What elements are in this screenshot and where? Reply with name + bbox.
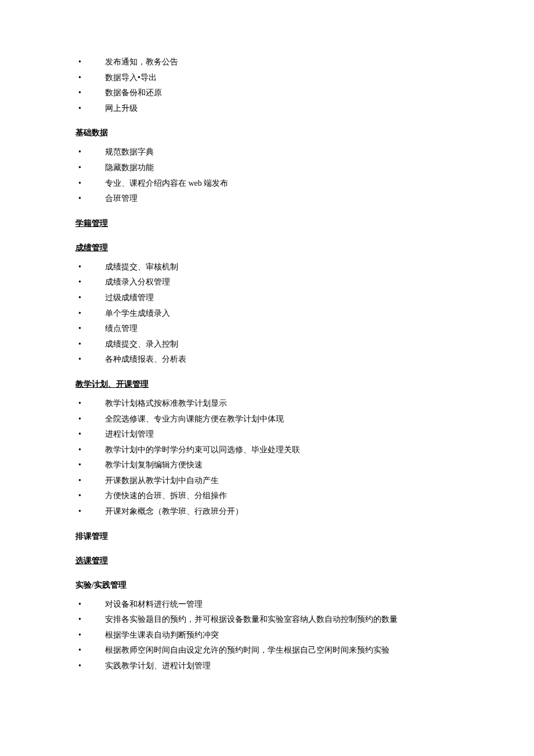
item-text: 合班管理 <box>89 193 138 204</box>
list-item: •教学计划格式按标准教学计划显示 <box>75 398 459 409</box>
bullet-icon: • <box>75 614 89 625</box>
list-item: •进程计划管理 <box>75 429 459 440</box>
item-text: 开课数据从教学计划中自动产生 <box>89 475 219 487</box>
section-4-list: •教学计划格式按标准教学计划显示 •全院选修课、专业方向课能方便在教学计划中体现… <box>75 398 459 517</box>
list-item: •开课数据从教学计划中自动产生 <box>75 475 459 487</box>
item-text: 教学计划复制编辑方便快速 <box>89 459 203 471</box>
section-1-list: •规范数据字典 •隐藏数据功能 •专业、课程介绍内容在 web 端发布 •合班管… <box>75 146 459 204</box>
bullet-icon: • <box>75 339 89 350</box>
list-item: •方便快速的合班、拆班、分组操作 <box>75 490 459 502</box>
bullet-icon: • <box>75 475 89 487</box>
bullet-icon: • <box>75 56 89 68</box>
bullet-icon: • <box>75 506 89 517</box>
list-item: •实践教学计划、进程计划管理 <box>75 660 459 672</box>
bullet-icon: • <box>75 660 89 672</box>
item-text: 隐藏数据功能 <box>89 162 154 174</box>
list-item: •对设备和材料进行统一管理 <box>75 599 459 610</box>
bullet-icon: • <box>75 72 89 84</box>
section-0-list: •发布通知，教务公告 •数据导入•导出 •数据备份和还原 •网上升级 <box>75 56 459 114</box>
bullet-icon: • <box>75 429 89 440</box>
item-text: 开课对象概念（教学班、行政班分开） <box>89 506 243 517</box>
item-text: 数据备份和还原 <box>89 87 162 99</box>
item-text: 发布通知，教务公告 <box>89 56 178 68</box>
list-item: •发布通知，教务公告 <box>75 56 459 68</box>
bullet-icon: • <box>75 645 89 656</box>
bullet-icon: • <box>75 490 89 502</box>
item-text: 成绩提交、审核机制 <box>89 261 178 273</box>
item-text: 对设备和材料进行统一管理 <box>89 599 203 610</box>
item-text: 实践教学计划、进程计划管理 <box>89 660 211 672</box>
bullet-icon: • <box>75 146 89 158</box>
bullet-icon: • <box>75 178 89 189</box>
item-text: 成绩提交、录入控制 <box>89 339 178 350</box>
item-text: 根据学生课表自动判断预约冲突 <box>89 629 219 641</box>
list-item: •数据备份和还原 <box>75 87 459 99</box>
list-item: •网上升级 <box>75 103 459 114</box>
list-item: •合班管理 <box>75 193 459 204</box>
list-item: •成绩录入分权管理 <box>75 276 459 288</box>
list-item: •成绩提交、审核机制 <box>75 261 459 273</box>
item-text: 各种成绩报表、分析表 <box>89 354 186 365</box>
bullet-icon: • <box>75 276 89 288</box>
list-item: •数据导入•导出 <box>75 72 459 84</box>
bullet-icon: • <box>75 398 89 409</box>
heading-schedule: 排课管理 <box>75 531 459 542</box>
item-text: 规范数据字典 <box>89 146 154 158</box>
heading-student-status: 学籍管理 <box>75 218 459 229</box>
bullet-icon: • <box>75 162 89 174</box>
list-item: •隐藏数据功能 <box>75 162 459 174</box>
item-text: 全院选修课、专业方向课能方便在教学计划中体现 <box>89 413 284 425</box>
list-item: •专业、课程介绍内容在 web 端发布 <box>75 178 459 189</box>
heading-grades: 成绩管理 <box>75 243 459 253</box>
heading-basic-data: 基础数据 <box>75 128 459 138</box>
section-7-list: •对设备和材料进行统一管理 •安排各实验题目的预约，并可根据设备数量和实验室容纳… <box>75 599 459 672</box>
list-item: •过级成绩管理 <box>75 292 459 304</box>
item-text: 绩点管理 <box>89 323 138 334</box>
item-text: 方便快速的合班、拆班、分组操作 <box>89 490 227 502</box>
list-item: •绩点管理 <box>75 323 459 334</box>
heading-course-selection: 选课管理 <box>75 556 459 566</box>
heading-experiment: 实验/实践管理 <box>75 580 459 591</box>
bullet-icon: • <box>75 323 89 334</box>
list-item: •全院选修课、专业方向课能方便在教学计划中体现 <box>75 413 459 425</box>
item-text: 教学计划中的学时学分约束可以同选修、毕业处理关联 <box>89 444 300 456</box>
item-text: 过级成绩管理 <box>89 292 154 304</box>
bullet-icon: • <box>75 444 89 456</box>
list-item: •成绩提交、录入控制 <box>75 339 459 350</box>
item-text: 教学计划格式按标准教学计划显示 <box>89 398 227 409</box>
item-text: 进程计划管理 <box>89 429 154 440</box>
item-text: 专业、课程介绍内容在 web 端发布 <box>89 178 228 189</box>
item-text: 网上升级 <box>89 103 138 114</box>
bullet-icon: • <box>75 413 89 425</box>
section-3-list: •成绩提交、审核机制 •成绩录入分权管理 •过级成绩管理 •单个学生成绩录入 •… <box>75 261 459 365</box>
bullet-icon: • <box>75 193 89 204</box>
item-text: 根据教师空闲时间自由设定允许的预约时间，学生根据自己空闲时间来预约实验 <box>89 645 389 656</box>
heading-teaching-plan: 教学计划、开课管理 <box>75 379 459 390</box>
item-text: 安排各实验题目的预约，并可根据设备数量和实验室容纳人数自动控制预约的数量 <box>89 614 398 625</box>
bullet-icon: • <box>75 103 89 114</box>
document-page: •发布通知，教务公告 •数据导入•导出 •数据备份和还原 •网上升级 基础数据 … <box>0 0 534 711</box>
list-item: •规范数据字典 <box>75 146 459 158</box>
list-item: •单个学生成绩录入 <box>75 308 459 319</box>
bullet-icon: • <box>75 599 89 610</box>
item-text: 数据导入•导出 <box>89 72 157 84</box>
item-text: 成绩录入分权管理 <box>89 276 170 288</box>
list-item: •安排各实验题目的预约，并可根据设备数量和实验室容纳人数自动控制预约的数量 <box>75 614 459 625</box>
item-text: 单个学生成绩录入 <box>89 308 170 319</box>
list-item: •根据学生课表自动判断预约冲突 <box>75 629 459 641</box>
list-item: •教学计划复制编辑方便快速 <box>75 459 459 471</box>
bullet-icon: • <box>75 629 89 641</box>
list-item: •根据教师空闲时间自由设定允许的预约时间，学生根据自己空闲时间来预约实验 <box>75 645 459 656</box>
bullet-icon: • <box>75 87 89 99</box>
bullet-icon: • <box>75 261 89 273</box>
list-item: •开课对象概念（教学班、行政班分开） <box>75 506 459 517</box>
bullet-icon: • <box>75 354 89 365</box>
bullet-icon: • <box>75 292 89 304</box>
bullet-icon: • <box>75 308 89 319</box>
bullet-icon: • <box>75 459 89 471</box>
list-item: •各种成绩报表、分析表 <box>75 354 459 365</box>
list-item: •教学计划中的学时学分约束可以同选修、毕业处理关联 <box>75 444 459 456</box>
